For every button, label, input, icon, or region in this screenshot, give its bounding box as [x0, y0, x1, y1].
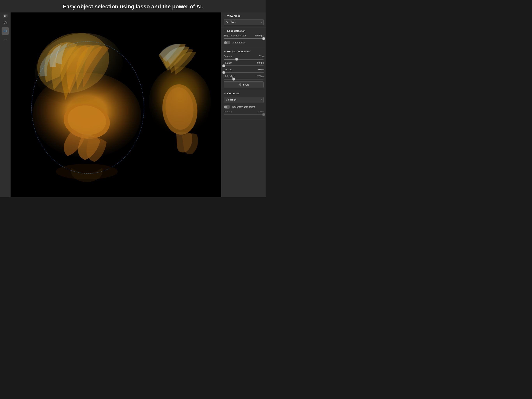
- view-mode-header[interactable]: View mode: [224, 14, 264, 17]
- output-dropdown-wrapper: Selection Layer Mask New Layer New Layer…: [224, 97, 264, 103]
- svg-marker-18: [224, 16, 226, 17]
- edge-radius-fill: [224, 38, 264, 39]
- output-as-section: Output as Selection Layer Mask New Layer…: [222, 90, 266, 119]
- amount-thumb: [262, 113, 265, 116]
- decontaminate-toggle[interactable]: [224, 105, 230, 109]
- svg-marker-25: [224, 93, 226, 94]
- contrast-row: Contrast 0,0%: [224, 68, 264, 73]
- svg-marker-19: [224, 31, 226, 32]
- view-mode-dropdown-wrapper: On black On white On transparent Overlay…: [224, 19, 264, 25]
- contrast-value: 0,0%: [258, 68, 264, 71]
- feather-row: Feather 0,0 px: [224, 62, 264, 66]
- output-as-header[interactable]: Output as: [224, 92, 264, 95]
- amount-fill: [224, 114, 264, 115]
- svg-point-0: [4, 22, 6, 24]
- feather-label: Feather: [224, 62, 232, 64]
- global-refinements-label: Global refinements: [227, 50, 250, 53]
- decontaminate-knob: [224, 106, 227, 108]
- view-mode-label: View mode: [227, 14, 241, 17]
- invert-button[interactable]: Invert: [224, 81, 264, 88]
- smooth-fill: [224, 59, 237, 60]
- contrast-label: Contrast: [224, 68, 233, 71]
- edge-radius-track: [224, 38, 264, 39]
- more-tools-button[interactable]: ···: [1, 35, 9, 43]
- shift-edge-label: Shift edge: [224, 75, 234, 77]
- invert-label: Invert: [242, 83, 249, 86]
- smooth-label: Smooth: [224, 55, 232, 58]
- contrast-thumb[interactable]: [222, 71, 225, 74]
- smart-radius-label: Smart radius: [232, 41, 246, 44]
- layer-badge: 19: [3, 14, 8, 18]
- svg-marker-20: [224, 51, 226, 52]
- smooth-value: 32%: [259, 55, 264, 58]
- amount-value: 100%: [258, 110, 264, 113]
- svg-rect-22: [240, 84, 241, 84]
- edge-detection-label: Edge detection: [227, 29, 245, 32]
- edge-detection-header[interactable]: Edge detection: [224, 29, 264, 32]
- amount-track: [224, 114, 264, 115]
- global-refinements-header[interactable]: Global refinements: [224, 50, 264, 53]
- feather-thumb[interactable]: [222, 64, 225, 67]
- svg-rect-24: [240, 85, 241, 86]
- global-refinements-section: Global refinements Smooth 32% Feather 0,…: [222, 48, 266, 90]
- edge-radius-value: 250,0 px: [255, 34, 264, 37]
- svg-rect-21: [239, 84, 240, 84]
- move-tool-button[interactable]: [1, 19, 9, 26]
- shift-edge-value: -32,5%: [256, 75, 264, 77]
- contrast-track: [224, 72, 264, 73]
- main-area: 19 ···: [0, 13, 266, 197]
- view-mode-dropdown[interactable]: On black On white On transparent Overlay…: [224, 19, 264, 25]
- lasso-tool-button[interactable]: [1, 27, 9, 35]
- feather-track: [224, 65, 264, 66]
- right-panel: View mode On black On white On transpare…: [221, 13, 266, 197]
- canvas-area: [11, 13, 221, 197]
- svg-point-5: [4, 30, 7, 32]
- app-header: Easy object selection using lasso and th…: [0, 0, 266, 13]
- feather-value: 0,0 px: [257, 62, 264, 64]
- shift-edge-track: [224, 79, 264, 79]
- edge-radius-row: Edge detection radius 250,0 px: [224, 34, 264, 39]
- view-mode-section: View mode On black On white On transpare…: [222, 13, 266, 27]
- invert-icon: [239, 83, 241, 86]
- page-title: Easy object selection using lasso and th…: [0, 4, 266, 10]
- left-toolbar: 19 ···: [0, 13, 11, 197]
- smart-radius-row: Smart radius: [224, 41, 264, 45]
- shift-edge-row: Shift edge -32,5%: [224, 75, 264, 79]
- decontaminate-row: Decontaminate colors: [224, 105, 264, 109]
- amount-label: Amount: [224, 110, 232, 113]
- smart-radius-knob: [224, 41, 227, 44]
- svg-rect-23: [239, 85, 240, 86]
- decontaminate-label: Decontaminate colors: [232, 106, 255, 108]
- edge-detection-section: Edge detection Edge detection radius 250…: [222, 27, 266, 48]
- output-dropdown[interactable]: Selection Layer Mask New Layer New Layer…: [224, 97, 264, 103]
- amount-row: Amount 100%: [224, 110, 264, 115]
- smart-radius-toggle[interactable]: [224, 41, 230, 45]
- output-as-label: Output as: [227, 92, 239, 95]
- shift-edge-thumb[interactable]: [232, 77, 235, 81]
- smooth-track: [224, 59, 264, 60]
- smooth-row: Smooth 32%: [224, 55, 264, 60]
- smooth-thumb[interactable]: [235, 58, 238, 61]
- fish-illustration: [11, 13, 221, 197]
- edge-radius-label: Edge detection radius: [224, 34, 246, 37]
- edge-radius-thumb[interactable]: [262, 37, 265, 40]
